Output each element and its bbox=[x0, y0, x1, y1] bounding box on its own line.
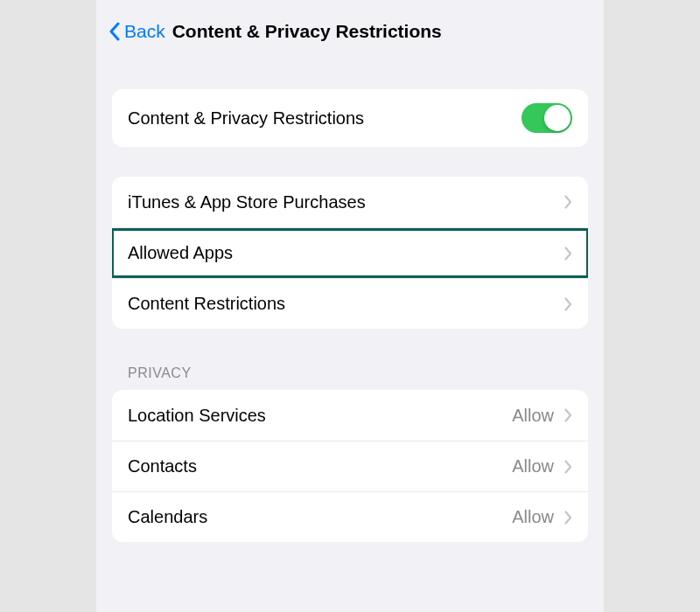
row-value: Allow bbox=[512, 507, 554, 527]
row-label: Location Services bbox=[128, 406, 266, 426]
back-button[interactable]: Back bbox=[108, 21, 165, 42]
back-label: Back bbox=[124, 21, 165, 42]
settings-screen: Back Content & Privacy Restrictions Cont… bbox=[96, 0, 604, 612]
chevron-right-icon bbox=[564, 247, 572, 261]
nav-header: Back Content & Privacy Restrictions bbox=[96, 0, 604, 51]
chevron-left-icon bbox=[108, 22, 120, 41]
chevron-right-icon bbox=[564, 195, 572, 209]
location-services-row[interactable]: Location Services Allow bbox=[112, 390, 588, 441]
chevron-right-icon bbox=[564, 408, 572, 422]
row-label: iTunes & App Store Purchases bbox=[128, 192, 366, 212]
toggle-section: Content & Privacy Restrictions bbox=[112, 89, 588, 147]
content-privacy-toggle-row[interactable]: Content & Privacy Restrictions bbox=[112, 89, 588, 147]
row-value: Allow bbox=[512, 406, 554, 426]
toggle-label: Content & Privacy Restrictions bbox=[128, 108, 364, 129]
row-label: Allowed Apps bbox=[128, 243, 233, 263]
chevron-right-icon bbox=[564, 460, 572, 474]
row-value: Allow bbox=[512, 456, 554, 476]
main-section: iTunes & App Store Purchases Allowed App… bbox=[112, 177, 588, 329]
contacts-row[interactable]: Contacts Allow bbox=[112, 441, 588, 491]
row-label: Content Restrictions bbox=[128, 294, 285, 314]
privacy-section: Location Services Allow Contacts Allow C… bbox=[112, 390, 588, 542]
row-label: Calendars bbox=[128, 507, 207, 527]
toggle-knob bbox=[544, 105, 570, 131]
chevron-right-icon bbox=[564, 297, 572, 311]
page-title: Content & Privacy Restrictions bbox=[172, 21, 442, 42]
content-privacy-toggle[interactable] bbox=[522, 103, 572, 133]
row-label: Contacts bbox=[128, 456, 197, 476]
itunes-purchases-row[interactable]: iTunes & App Store Purchases bbox=[112, 177, 588, 227]
chevron-right-icon bbox=[564, 511, 572, 525]
calendars-row[interactable]: Calendars Allow bbox=[112, 491, 588, 542]
privacy-section-header: PRIVACY bbox=[96, 365, 604, 381]
allowed-apps-row[interactable]: Allowed Apps bbox=[112, 227, 588, 278]
content-restrictions-row[interactable]: Content Restrictions bbox=[112, 278, 588, 329]
